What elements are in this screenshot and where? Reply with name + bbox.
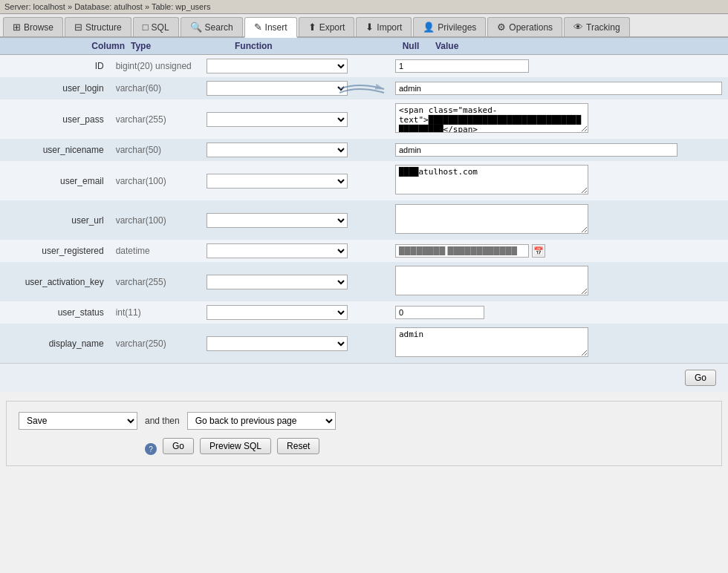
table-row: user_email varchar(100) ████atulhost.com [0,161,728,200]
col-header-null: Null [392,41,429,51]
field-func-user-email [201,161,360,200]
action-bar: Save and then Go back to previous page ?… [6,401,722,466]
field-value-user-url [389,200,728,240]
tab-search-label: Search [205,22,233,33]
field-null-user-activation-key [360,262,389,301]
func-select-user-email[interactable] [207,174,348,189]
field-null-user-status [360,301,389,324]
field-null-user-registered [360,240,389,262]
tab-insert[interactable]: ✎ Insert [244,17,297,38]
columns-header: Column Type Function Null Value [0,38,728,55]
func-select-display-name[interactable] [207,336,348,351]
input-user-status[interactable] [395,306,484,319]
tracking-icon: 👁 [573,22,583,33]
table-row: user_pass varchar(255) <span class="mask… [0,99,728,139]
and-then-label: and then [145,416,180,426]
tab-browse[interactable]: ⊞ Browse [3,17,63,36]
table-row: user_url varchar(100) [0,200,728,240]
input-user-registered[interactable] [395,244,529,258]
field-func-id [201,55,360,77]
col-header-function: Function [229,41,392,51]
tab-export[interactable]: ⬆ Export [299,17,355,36]
tab-search[interactable]: 🔍 Search [181,17,243,36]
field-type-user-pass: varchar(255) [110,99,201,139]
tab-operations-label: Operations [509,22,553,33]
func-select-id[interactable] [207,59,348,73]
field-func-user-login [201,77,360,99]
field-value-user-email: ████atulhost.com [389,161,728,200]
tab-sql[interactable]: □ SQL [133,17,179,36]
field-null-user-url [360,200,389,240]
func-select-user-pass[interactable] [207,112,348,127]
field-null-user-nicename [360,139,389,161]
preview-sql-button[interactable]: Preview SQL [200,438,271,454]
field-func-user-activation-key [201,262,360,301]
privileges-icon: 👤 [423,22,435,33]
then-action-select[interactable]: Go back to previous page [187,412,336,430]
func-select-user-nicename[interactable] [207,143,348,157]
textarea-user-url[interactable] [395,204,588,234]
field-name-display-name: display_name [0,324,110,363]
field-name-user-registered: user_registered [0,240,110,262]
func-select-user-login[interactable] [207,81,348,96]
calendar-icon[interactable]: 📅 [532,244,545,258]
field-func-user-nicename [201,139,360,161]
field-value-display-name: admin [389,324,728,363]
help-icon[interactable]: ? [145,443,157,455]
textarea-display-name[interactable]: admin [395,327,588,357]
textarea-user-activation-key[interactable] [395,266,588,295]
table-row: user_login varchar(60) [0,77,728,99]
table-row: user_activation_key varchar(255) [0,262,728,301]
func-select-user-status[interactable] [207,305,348,320]
field-type-user-activation-key: varchar(255) [110,262,201,301]
input-id[interactable] [395,59,529,73]
table-row: display_name varchar(250) admin [0,324,728,363]
nav-tabs: ⊞ Browse ⊟ Structure □ SQL 🔍 Search ✎ In… [0,14,728,38]
textarea-user-email[interactable]: ████atulhost.com [395,165,588,194]
field-null-display-name [360,324,389,363]
arrow-annotation [395,82,722,95]
field-func-user-registered [201,240,360,262]
field-func-user-pass [201,99,360,139]
datetime-wrapper: 📅 [395,244,722,258]
field-null-user-email [360,161,389,200]
func-select-user-registered[interactable] [207,243,348,258]
tab-privileges[interactable]: 👤 Privileges [413,17,486,36]
browse-icon: ⊞ [13,22,21,33]
field-value-id [389,55,728,77]
title-bar: Server: localhost » Database: atulhost »… [0,0,728,14]
field-name-user-status: user_status [0,301,110,324]
save-action-select[interactable]: Save [19,412,137,430]
field-name-id: ID [0,55,110,77]
func-select-user-url[interactable] [207,213,348,228]
data-table: ID bigint(20) unsigned user_login varcha… [0,55,728,363]
table-row: user_status int(11) [0,301,728,324]
col-header-column: Column [6,41,125,51]
input-user-login[interactable] [395,82,722,95]
structure-icon: ⊟ [74,22,82,33]
field-func-user-url [201,200,360,240]
tab-import-label: Import [377,22,402,33]
tab-operations[interactable]: ⚙ Operations [487,17,562,36]
field-type-display-name: varchar(250) [110,324,201,363]
field-func-user-status [201,301,360,324]
field-func-display-name [201,324,360,363]
tab-tracking-label: Tracking [586,22,620,33]
tab-export-label: Export [319,22,345,33]
go-button-bottom[interactable]: Go [163,438,194,454]
field-null-user-login [360,77,389,99]
field-name-user-email: user_email [0,161,110,200]
field-value-user-activation-key [389,262,728,301]
table-row: user_nicename varchar(50) [0,139,728,161]
go-button-top[interactable]: Go [685,370,716,386]
buttons-row: ? Go Preview SQL Reset [145,437,709,455]
tab-import[interactable]: ⬇ Import [356,17,412,36]
field-value-user-status [389,301,728,324]
func-select-user-activation-key[interactable] [207,275,348,289]
input-user-nicename[interactable] [395,143,677,157]
reset-button[interactable]: Reset [277,438,319,454]
field-value-user-registered: 📅 [389,240,728,262]
tab-tracking[interactable]: 👁 Tracking [564,17,630,36]
tab-structure[interactable]: ⊟ Structure [65,17,131,36]
textarea-user-pass[interactable]: <span class="masked-text">██████████████… [395,103,588,133]
